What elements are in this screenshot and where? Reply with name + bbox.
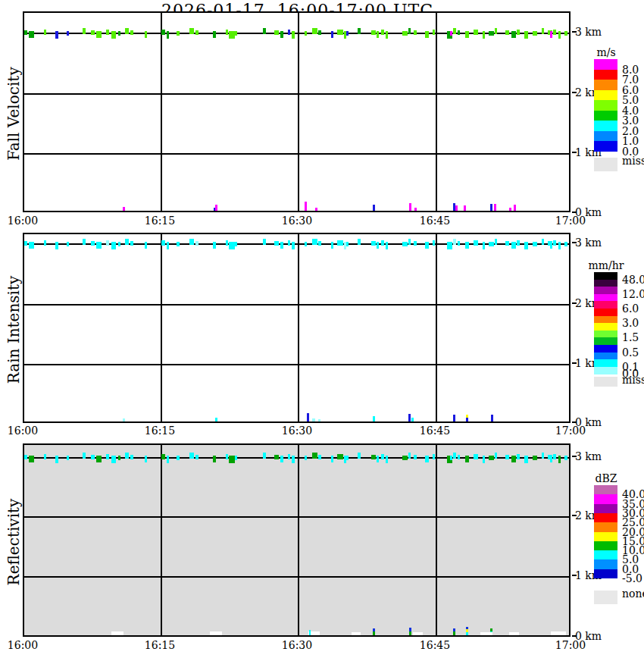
band-mark <box>195 241 199 246</box>
band-mark <box>524 456 528 463</box>
band-mark <box>161 454 165 459</box>
band-mark <box>67 242 69 246</box>
bottom-mark <box>409 628 411 631</box>
band-mark <box>553 240 556 246</box>
bottom-mark <box>453 415 455 421</box>
band-mark <box>189 453 194 459</box>
axis-tick <box>572 152 577 153</box>
bottom-mark <box>111 631 123 635</box>
bottom-mark <box>373 631 375 635</box>
band-mark <box>274 241 279 246</box>
band-mark <box>111 31 116 39</box>
band-mark <box>358 239 361 245</box>
axis-tick <box>572 515 577 516</box>
band-mark <box>305 31 307 36</box>
legend-title: dBZ <box>596 472 617 484</box>
panel-rain-intensity <box>23 233 571 423</box>
band-mark <box>189 239 194 245</box>
band-mark <box>305 242 307 246</box>
band-mark <box>288 30 290 35</box>
legend-dBZ: dBZ40.035.030.025.020.015.010.05.00.0-5.… <box>594 485 644 607</box>
legend-mmhr: mm/hr48.012.06.03.01.50.50.10.0miss <box>594 272 644 390</box>
legend-title: mm/hr <box>589 259 624 271</box>
legend-ms: m/s8.07.06.05.04.03.02.01.00.0miss <box>594 59 644 174</box>
band-mark <box>377 242 379 249</box>
bottom-mark <box>514 205 516 211</box>
panel-fall-velocity <box>23 11 571 212</box>
band-mark <box>263 453 266 459</box>
band-mark <box>106 454 109 459</box>
bottom-mark <box>455 205 458 211</box>
bottom-mark <box>409 631 411 635</box>
band-mark <box>145 242 147 249</box>
band-mark <box>280 31 283 38</box>
band-mark <box>564 456 567 460</box>
disdrometer-time-height-figure: 2026-01-17 16:00-17:00 UTC 16:0016:1516:… <box>0 0 644 658</box>
legend-cell <box>594 287 617 294</box>
legend-cell <box>594 337 617 345</box>
band-mark <box>524 31 528 39</box>
band-mark <box>358 28 361 34</box>
band-mark <box>386 31 388 39</box>
bottom-mark <box>373 416 375 421</box>
bottom-mark <box>480 632 492 635</box>
x-tick-label: 16:30 <box>278 215 316 227</box>
altitude-label: 0 km <box>575 630 621 642</box>
bottom-mark <box>453 628 455 631</box>
band-mark <box>550 242 552 249</box>
band-mark <box>125 239 129 245</box>
legend-cell <box>594 352 617 360</box>
legend-cell <box>594 131 617 142</box>
band-mark <box>489 456 494 460</box>
band-mark <box>318 241 321 246</box>
x-tick-label: 16:30 <box>278 639 316 651</box>
band-mark <box>312 239 317 245</box>
bottom-mark <box>491 415 493 421</box>
band-mark <box>386 242 388 249</box>
legend-title: m/s <box>596 46 615 58</box>
band-mark <box>425 31 429 38</box>
band-mark <box>371 241 376 246</box>
band-mark <box>44 30 46 35</box>
band-mark <box>91 241 95 246</box>
band-mark <box>533 242 537 246</box>
band-mark <box>511 31 516 38</box>
band-mark <box>111 242 116 249</box>
band-mark <box>511 456 516 462</box>
band-mark <box>318 455 321 459</box>
band-mark <box>29 31 34 38</box>
legend-cell <box>594 485 617 495</box>
bottom-mark <box>509 208 511 211</box>
band-mark <box>408 28 411 34</box>
band-mark <box>235 456 237 460</box>
band-mark <box>226 30 228 35</box>
band-mark <box>414 241 417 246</box>
band-mark <box>67 456 69 460</box>
band-mark <box>495 239 497 245</box>
x-tick-label: 16:00 <box>4 215 42 227</box>
band-mark <box>177 242 180 246</box>
band-mark <box>402 31 408 36</box>
legend-cell <box>594 331 617 338</box>
y-axis-label: Reflectivity <box>5 481 23 603</box>
band-mark <box>381 30 384 35</box>
band-mark <box>550 31 552 38</box>
grid-line-horizontal <box>24 304 569 306</box>
band-mark <box>465 242 469 249</box>
bottom-mark <box>464 205 466 211</box>
bottom-mark <box>414 208 417 211</box>
band-mark <box>96 31 102 38</box>
bottom-mark <box>409 203 411 211</box>
bottom-mark <box>411 418 414 421</box>
band-mark <box>292 31 295 39</box>
band-mark <box>425 242 429 249</box>
band-mark <box>263 28 266 34</box>
legend-label: 12.0 <box>622 288 644 300</box>
band-mark <box>292 242 295 249</box>
band-mark <box>483 456 485 463</box>
band-mark <box>558 456 561 463</box>
band-mark <box>533 31 537 36</box>
bottom-mark <box>373 205 375 211</box>
band-mark <box>23 455 27 459</box>
legend-cell <box>594 80 617 90</box>
